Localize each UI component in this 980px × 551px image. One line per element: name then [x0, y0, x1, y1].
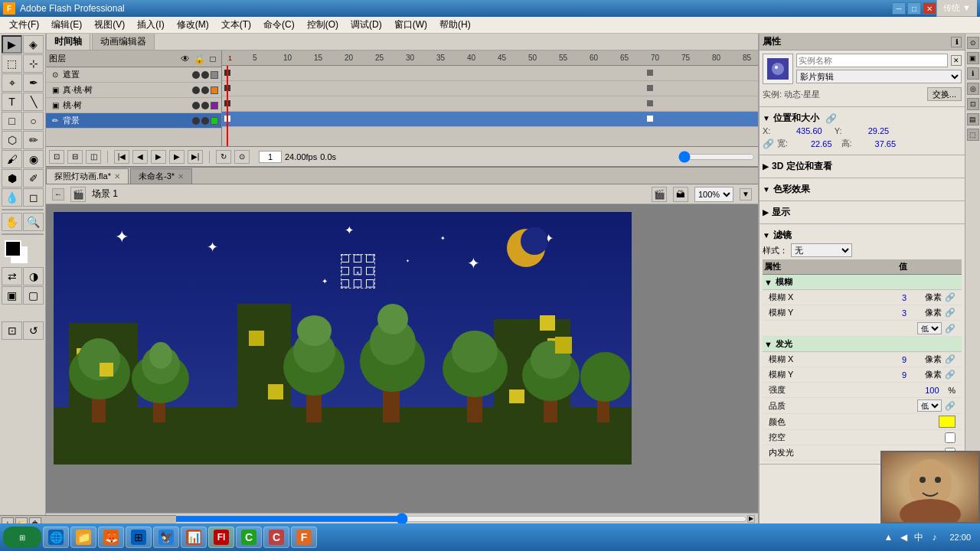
filter-header[interactable]: ▼ 滤镜 — [763, 227, 962, 243]
taskbar-bird[interactable]: 🦅 — [153, 527, 179, 548]
lock-dot2[interactable] — [201, 86, 209, 94]
zoom-dropdown[interactable]: ▼ — [740, 188, 752, 201]
taskbar-app4[interactable]: F — [291, 527, 317, 548]
right-icon-3[interactable]: ℹ — [967, 67, 979, 80]
blur-expand[interactable]: ▼ — [764, 278, 773, 287]
timeline-scrollbar[interactable] — [678, 151, 755, 163]
loop-btn[interactable]: ↻ — [216, 150, 231, 164]
tab-timeline[interactable]: 时间轴 — [46, 34, 90, 50]
taskbar-ie[interactable]: 🌐 — [43, 527, 69, 548]
tool-fill[interactable]: ⬢ — [2, 169, 22, 187]
frames-grid[interactable] — [222, 66, 758, 146]
instance-name-input[interactable] — [796, 54, 948, 67]
glow-expand[interactable]: ▼ — [764, 340, 773, 349]
tool-pen[interactable]: ✒ — [23, 73, 44, 92]
tool-subselect[interactable]: ◈ — [23, 35, 44, 54]
color-effect-header[interactable]: ▼ 色彩效果 — [763, 181, 962, 197]
lock-dot4[interactable] — [201, 117, 209, 125]
menu-window[interactable]: 窗口(W) — [388, 17, 433, 33]
right-icon-5[interactable]: ⊡ — [967, 98, 979, 110]
glow-color-swatch[interactable] — [939, 416, 956, 428]
right-icon-6[interactable]: ▤ — [967, 113, 979, 126]
tool-stroke[interactable]: ▢ — [23, 286, 44, 305]
outline-box3[interactable] — [211, 102, 218, 109]
tool-hand[interactable]: ✋ — [2, 213, 22, 231]
y-value[interactable]: 29.25 — [868, 126, 890, 135]
instance-type-select[interactable]: 影片剪辑 — [796, 70, 962, 83]
frame-prev-btn[interactable]: ⊡ — [49, 150, 64, 164]
blur-y-value[interactable]: 3 — [902, 308, 925, 318]
tab-animation-editor[interactable]: 动画编辑器 — [92, 34, 155, 50]
zoom-select[interactable]: 100% 50% 200% — [694, 187, 733, 202]
x-value[interactable]: 435.60 — [796, 126, 822, 135]
tool-line[interactable]: ╲ — [23, 93, 44, 111]
frame-rate-btn[interactable]: ⊙ — [234, 150, 250, 164]
glow-x-value[interactable]: 9 — [902, 355, 925, 364]
glow-knockout-check[interactable] — [945, 432, 956, 443]
tool-ink[interactable]: ✐ — [23, 169, 44, 187]
mode-selector[interactable]: 传统 ▼ — [936, 0, 977, 17]
menu-help[interactable]: 帮助(H) — [433, 17, 477, 33]
layer-btn[interactable]: ⊟ — [67, 150, 83, 164]
blur-x-value[interactable]: 3 — [902, 293, 925, 302]
lock-dot3[interactable] — [201, 102, 209, 109]
tool-lasso[interactable]: ⌖ — [2, 73, 22, 92]
taskbar-win[interactable]: ⊞ — [126, 527, 152, 548]
tool-fill2[interactable]: ▣ — [2, 286, 22, 305]
visibility-dot[interactable] — [192, 71, 200, 79]
current-frame-input[interactable] — [259, 151, 282, 163]
first-frame-btn[interactable]: |◀ — [114, 150, 129, 164]
maximize-button[interactable]: □ — [907, 2, 921, 15]
glow-strength-value[interactable]: 100 — [925, 386, 948, 395]
tray-network[interactable]: ◀ — [897, 531, 910, 543]
filter-style-select[interactable]: 无 — [791, 243, 852, 257]
outline-box[interactable] — [211, 71, 218, 79]
tool-sprayer[interactable]: ◉ — [23, 150, 44, 168]
glow-y-value[interactable]: 9 — [902, 370, 925, 380]
tool-bw[interactable]: ◑ — [23, 267, 44, 285]
menu-modify[interactable]: 修改(M) — [171, 17, 215, 33]
display-header[interactable]: ▶ 显示 — [763, 204, 962, 220]
tool-smooth[interactable]: ↺ — [23, 321, 44, 340]
scene-nav-btn[interactable]: ← — [52, 188, 64, 201]
taskbar-explorer[interactable]: 📁 — [70, 527, 96, 548]
layer-row-tree[interactable]: ▣ 桃·树 — [46, 98, 221, 113]
taskbar-app2[interactable]: C — [236, 527, 262, 548]
menu-text[interactable]: 文本(T) — [215, 17, 257, 33]
doc-tab-1[interactable]: 未命名-3* ✕ — [130, 168, 192, 184]
menu-edit[interactable]: 编辑(E) — [45, 17, 88, 33]
tray-lang[interactable]: 中 — [913, 531, 925, 543]
doc-tab-0[interactable]: 探照灯动画.fla* ✕ — [46, 168, 129, 184]
position-section-header[interactable]: ▼ 位置和大小 🔗 — [763, 110, 962, 126]
layer-row-guiding[interactable]: ⊙ 遮置 — [46, 67, 221, 83]
tool-freelayout[interactable]: ⬚ — [2, 54, 22, 73]
w-value[interactable]: 22.65 — [811, 139, 832, 148]
lock-dot[interactable] — [201, 71, 209, 79]
right-icon-7[interactable]: ⬚ — [967, 129, 979, 141]
tool-3d[interactable]: ⊹ — [23, 54, 44, 73]
blur-quality-select[interactable]: 低中高 — [917, 322, 942, 334]
outline-box4[interactable] — [211, 117, 218, 125]
taskbar-flash[interactable]: Fl — [208, 527, 234, 548]
tool-eyedrop[interactable]: 💧 — [2, 188, 22, 207]
exchange-btn[interactable]: 交换... — [927, 87, 962, 101]
tool-rect[interactable]: □ — [2, 112, 22, 130]
taskbar-ppt[interactable]: 📊 — [181, 527, 207, 548]
visibility-dot4[interactable] — [192, 117, 200, 125]
last-frame-btn[interactable]: ▶| — [188, 150, 203, 164]
close-tab-1[interactable]: ✕ — [178, 172, 184, 181]
tray-arrow[interactable]: ▲ — [882, 531, 894, 543]
tool-oval[interactable]: ○ — [23, 112, 44, 130]
menu-debug[interactable]: 调试(D) — [345, 17, 388, 33]
tool-swap[interactable]: ⇄ — [2, 267, 22, 285]
tool-select[interactable]: ▶ — [2, 35, 22, 54]
tool-poly[interactable]: ⬡ — [2, 131, 22, 149]
right-icon-1[interactable]: ⊙ — [967, 37, 979, 49]
visibility-dot3[interactable] — [192, 102, 200, 109]
tool-eraser[interactable]: ◻ — [23, 188, 44, 207]
menu-command[interactable]: 命令(C) — [257, 17, 301, 33]
taskbar-app3[interactable]: C — [263, 527, 289, 548]
outline-box2[interactable] — [211, 86, 218, 94]
next-frame-btn[interactable]: ▶ — [169, 150, 185, 164]
tool-brush[interactable]: 🖌 — [2, 150, 22, 168]
